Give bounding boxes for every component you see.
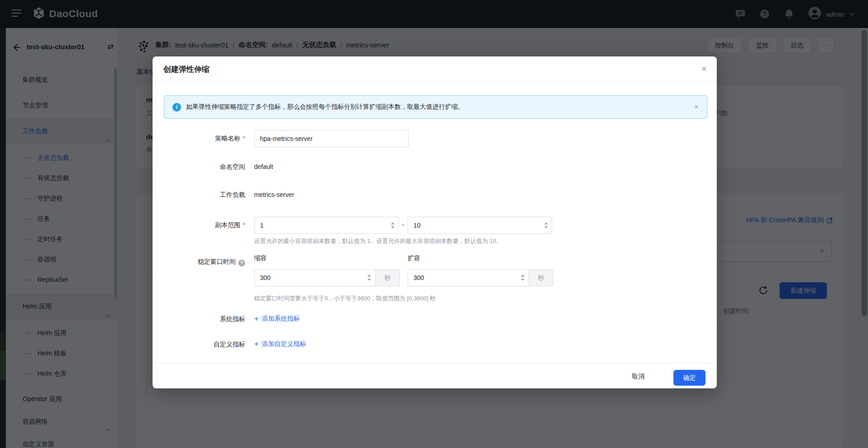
help-circle-icon[interactable]: ? [238,260,245,266]
modal-header: 创建弹性伸缩 × [153,56,717,82]
cancel-button[interactable]: 取消 [632,373,645,381]
stepper-icons[interactable] [521,275,525,281]
info-banner-text: 如果弹性伸缩策略指定了多个指标，那么会按照每个指标分别计算扩缩副本数，取最大值进… [186,103,464,111]
policy-name-input[interactable] [254,130,408,147]
custom-metrics-label: 自定义指标 [163,341,245,349]
scale-up-window-field: 秒 [408,269,553,286]
add-system-metric-link[interactable]: + 添加系统指标 [254,315,300,323]
workload-label: 工作负载 [163,191,245,199]
confirm-button[interactable]: 确定 [673,370,706,386]
create-hpa-modal: 创建弹性伸缩 × i 如果弹性伸缩策略指定了多个指标，那么会按照每个指标分别计算… [153,56,717,388]
plus-icon: + [254,341,259,347]
policy-name-label: 策略名称* [163,135,245,143]
stable-window-label: 稳定窗口时间? [163,258,245,266]
replica-min-field [254,217,399,234]
seconds-unit: 秒 [375,270,399,286]
stepper-icons[interactable] [391,222,395,229]
info-icon: i [172,103,181,112]
scale-down-window-field: 秒 [254,269,400,286]
stepper-icons[interactable] [544,222,548,229]
range-tilde: ~ [401,221,405,229]
info-banner: i 如果弹性伸缩策略指定了多个指标，那么会按照每个指标分别计算扩缩副本数，取最大… [164,95,707,119]
scale-up-window-input[interactable] [408,270,529,286]
seconds-unit: 秒 [529,270,553,286]
stable-window-help: 稳定窗口时间需要大于等于0，小于等于3600，取值范围为 [0,3600] 秒 [254,294,436,303]
scale-down-window-input[interactable] [255,270,375,286]
required-asterisk: * [243,221,245,229]
workload-value: metrics-server [254,191,294,198]
scale-down-label: 缩容 [254,254,267,262]
modal-title: 创建弹性伸缩 [163,64,209,75]
modal-close-icon[interactable]: × [701,63,707,74]
plus-icon: + [254,316,259,322]
namespace-value: default [254,163,273,170]
replica-min-input[interactable] [254,217,399,234]
modal-footer: 取消 确定 [153,363,717,388]
namespace-label: 命名空间 [163,163,245,171]
replica-range-label: 副本范围* [163,221,245,229]
add-custom-metric-link[interactable]: + 添加自定义指标 [254,340,306,348]
required-asterisk: * [243,135,245,142]
replica-range-help: 设置允许的最小容器组副本数量，默认值为 1。设置允许的最大容器组副本数量，默认值… [254,237,502,245]
banner-close-icon[interactable]: × [694,103,699,112]
scale-up-label: 扩容 [408,254,420,262]
system-metrics-label: 系统指标 [163,315,245,323]
replica-max-input[interactable] [408,217,552,234]
replica-max-field [408,217,552,234]
stepper-icons[interactable] [367,275,371,281]
screen: DaoCloud ? admin [0,0,868,448]
